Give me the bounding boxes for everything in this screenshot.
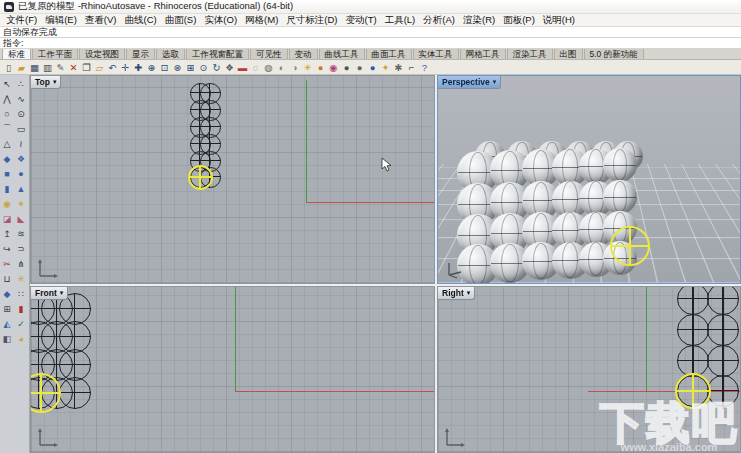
toolbar-display-shaded-icon[interactable]: ◍: [262, 61, 275, 74]
toolbar-display-wireframe-icon[interactable]: ◌: [249, 61, 262, 74]
viewport-top[interactable]: Top ▾: [30, 75, 435, 284]
viewport-perspective-title-tab[interactable]: Perspective ▾: [438, 76, 501, 89]
sidetool-loft-icon[interactable]: ≋: [14, 226, 28, 241]
toolbar-zoom-icon[interactable]: ⊕: [145, 61, 158, 74]
tab-2[interactable]: 工作平面: [32, 49, 78, 59]
viewport-front[interactable]: Front ▾: [30, 286, 435, 453]
toolbar-layout-icon[interactable]: ⌐: [405, 61, 418, 74]
menu-item-13[interactable]: 面板(P): [499, 14, 539, 27]
sidetool-analyze-icon[interactable]: ◭: [0, 316, 14, 331]
toolbar-shade-mode-2-icon[interactable]: ●: [353, 61, 366, 74]
toolbar-hide-objects-icon[interactable]: ▬: [236, 61, 249, 74]
viewport-front-title-tab[interactable]: Front ▾: [31, 287, 68, 300]
sidetool-join-icon[interactable]: ⊔: [0, 271, 14, 286]
toolbar-new-file-icon[interactable]: ▯: [2, 61, 15, 74]
sidetool-offset-icon[interactable]: ⊃: [14, 241, 28, 256]
toolbar-snapshot-icon[interactable]: ✦: [379, 61, 392, 74]
menu-item-5[interactable]: 曲面(S): [161, 14, 201, 27]
viewport-top-canvas[interactable]: [31, 76, 434, 283]
toolbar-move-icon[interactable]: ✚: [132, 61, 145, 74]
sidetool-paint-bucket-icon[interactable]: ◕: [14, 331, 28, 346]
selected-sphere-highlight[interactable]: [610, 226, 650, 266]
sidetool-ellipse-icon[interactable]: ⊙: [14, 106, 28, 121]
menu-item-2[interactable]: 编辑(E): [41, 14, 81, 27]
chevron-down-icon[interactable]: ▾: [60, 289, 64, 297]
sphere-wireframe[interactable]: [677, 314, 709, 346]
toolbar-copy-icon[interactable]: ❐: [80, 61, 93, 74]
tab-9[interactable]: 曲线工具: [319, 49, 365, 59]
sidetool-cylinder-icon[interactable]: ▮: [0, 181, 14, 196]
sidetool-trim-icon[interactable]: ✂: [0, 256, 14, 271]
sidetool-extrude-icon[interactable]: ↥: [0, 226, 14, 241]
sidetool-shade-tools-icon[interactable]: ◧: [0, 331, 14, 346]
selected-sphere-wireframe[interactable]: [675, 373, 711, 409]
toolbar-display-ghosted-icon[interactable]: ◐: [275, 61, 288, 74]
viewport-right[interactable]: Right ▾: [437, 286, 741, 453]
viewport-perspective[interactable]: Perspective ▾: [437, 75, 741, 284]
menu-item-7[interactable]: 网格(M): [241, 14, 282, 27]
toolbar-render-preview-icon[interactable]: ●: [314, 61, 327, 74]
menu-item-9[interactable]: 变动(T): [342, 14, 381, 27]
sidetool-grid-array-icon[interactable]: ⊞: [0, 301, 14, 316]
tab-1[interactable]: 标准: [2, 49, 31, 59]
viewport-front-canvas[interactable]: [31, 287, 434, 452]
sidetool-surface-tools-icon[interactable]: ◆: [0, 151, 14, 166]
menu-item-1[interactable]: 文件(F): [2, 14, 41, 27]
toolbar-open-file-icon[interactable]: ▰: [15, 61, 28, 74]
sphere-wireframe[interactable]: [677, 286, 709, 315]
viewport-top-title-tab[interactable]: Top ▾: [31, 76, 61, 89]
sidetool-split-icon[interactable]: ⋔: [14, 256, 28, 271]
toolbar-lights-icon[interactable]: ☀: [301, 61, 314, 74]
tab-11[interactable]: 实体工具: [413, 49, 459, 59]
menu-item-8[interactable]: 尺寸标注(D): [282, 14, 341, 27]
chevron-down-icon[interactable]: ▾: [53, 78, 57, 86]
toolbar-zoom-window-icon[interactable]: ⊡: [158, 61, 171, 74]
sidetool-explode-icon[interactable]: ✳: [14, 271, 28, 286]
toolbar-undo-icon[interactable]: ↶: [106, 61, 119, 74]
toolbar-delete-icon[interactable]: ✕: [67, 61, 80, 74]
toolbar-help-icon[interactable]: ?: [418, 61, 431, 74]
tab-6[interactable]: 工作视窗配置: [186, 49, 249, 59]
toolbar-zoom-extents-icon[interactable]: ⊞: [184, 61, 197, 74]
toolbar-options-gear-icon[interactable]: ✱: [392, 61, 405, 74]
sidetool-control-point-curve-icon[interactable]: ∿: [14, 91, 28, 106]
sidetool-lamp-tool-icon[interactable]: ▮: [14, 301, 28, 316]
toolbar-rotate-view-icon[interactable]: ↻: [210, 61, 223, 74]
toolbar-edit-properties-icon[interactable]: ✎: [54, 61, 67, 74]
viewport-right-title-tab[interactable]: Right ▾: [438, 287, 475, 300]
toolbar-paste-icon[interactable]: ▱: [93, 61, 106, 74]
sidetool-sphere-icon[interactable]: ●: [14, 166, 28, 181]
sidetool-boolean-difference-icon[interactable]: ◪: [0, 211, 14, 226]
sidetool-surface-from-corners-icon[interactable]: ❖: [14, 151, 28, 166]
toolbar-render-settings-icon[interactable]: ◉: [327, 61, 340, 74]
menu-item-3[interactable]: 查看(V): [81, 14, 121, 27]
sphere-wireframe[interactable]: [707, 314, 739, 346]
menu-item-6[interactable]: 实体(O): [200, 14, 241, 27]
sidetool-point-edit-icon[interactable]: ∴: [14, 76, 28, 91]
sphere-wireframe[interactable]: [707, 375, 739, 407]
toolbar-shade-mode-1-icon[interactable]: ●: [340, 61, 353, 74]
shaded-sphere[interactable]: [603, 148, 637, 182]
selected-sphere-wireframe[interactable]: [188, 165, 213, 190]
menu-item-12[interactable]: 渲染(R): [459, 14, 499, 27]
sphere-wireframe[interactable]: [707, 286, 739, 315]
toolbar-four-viewports-icon[interactable]: ❖: [223, 61, 236, 74]
sidetool-box-icon[interactable]: ■: [0, 166, 14, 181]
sidetool-surface-edit-icon[interactable]: ◆: [0, 286, 14, 301]
toolbar-zoom-dynamic-icon[interactable]: ⊗: [171, 61, 184, 74]
tab-15[interactable]: 5.0 的新功能: [584, 49, 644, 59]
menu-item-11[interactable]: 分析(A): [419, 14, 459, 27]
menu-item-4[interactable]: 曲线(C): [120, 14, 160, 27]
sidetool-check-icon[interactable]: ✓: [14, 316, 28, 331]
tab-7[interactable]: 可见性: [250, 49, 288, 59]
sidetool-rectangle-icon[interactable]: ▭: [14, 121, 28, 136]
sidetool-polygon-icon[interactable]: △: [0, 136, 14, 151]
sidetool-arc-icon[interactable]: ⌒: [0, 121, 14, 136]
sidetool-freeform-curve-icon[interactable]: ≀: [14, 136, 28, 151]
sidetool-fillet-icon[interactable]: ✶: [14, 196, 28, 211]
toolbar-save-icon[interactable]: ▦: [28, 61, 41, 74]
sidetool-cone-icon[interactable]: ▲: [14, 181, 28, 196]
viewport-right-canvas[interactable]: [438, 287, 740, 452]
menu-item-10[interactable]: 工具(L): [381, 14, 420, 27]
tab-12[interactable]: 网格工具: [460, 49, 506, 59]
